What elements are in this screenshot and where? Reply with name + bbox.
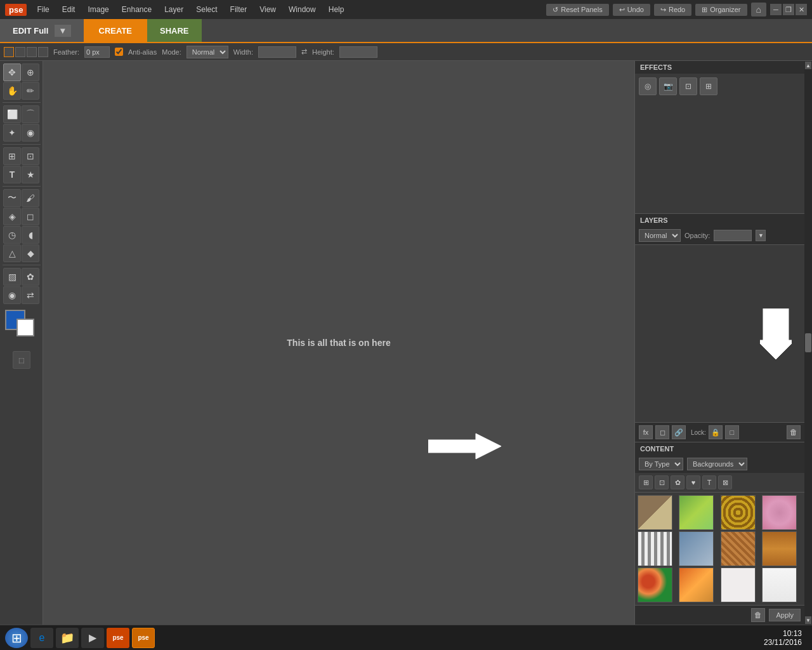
undo-button[interactable]: ↩ Undo: [613, 4, 650, 16]
content-text-icon[interactable]: T: [702, 475, 716, 489]
anti-alias-checkbox[interactable]: [115, 48, 123, 56]
content-frames-icon[interactable]: ⊞: [639, 475, 653, 489]
thumbnail-paper[interactable]: [762, 567, 797, 602]
layer-lock-btn[interactable]: 🔒: [709, 425, 723, 439]
paint-bucket-tool[interactable]: ◆: [22, 244, 39, 262]
menu-select[interactable]: Select: [193, 5, 219, 14]
menu-edit[interactable]: Edit: [60, 5, 78, 14]
content-delete-button[interactable]: 🗑: [751, 608, 765, 622]
lasso-tool[interactable]: ⌒: [22, 105, 39, 123]
magic-wand-tool[interactable]: ✦: [3, 124, 21, 142]
menu-view[interactable]: View: [257, 5, 278, 14]
shape-tool[interactable]: ★: [22, 166, 39, 183]
burn-tool[interactable]: △: [3, 244, 21, 262]
recompose-tool[interactable]: ⊡: [22, 147, 39, 165]
close-button[interactable]: ✕: [796, 4, 807, 15]
restore-button[interactable]: ❐: [783, 4, 794, 15]
menu-file[interactable]: File: [34, 5, 51, 14]
feather-input[interactable]: [84, 46, 110, 58]
layer-style-button[interactable]: fx: [639, 425, 653, 439]
layer-link-button[interactable]: 🔗: [672, 425, 686, 439]
crop-tool[interactable]: ⊞: [3, 147, 21, 165]
hand-tool[interactable]: ✋: [3, 82, 21, 100]
thumbnail-map2[interactable]: [679, 531, 714, 566]
thumbnail-white[interactable]: [721, 567, 756, 602]
reset-panels-button[interactable]: ↺ Reset Panels: [546, 4, 608, 16]
taskbar-app-folder[interactable]: 📁: [56, 628, 79, 648]
brush-tool[interactable]: 🖌: [22, 189, 39, 207]
create-mode-button[interactable]: CREATE: [84, 19, 147, 42]
scroll-thumb[interactable]: [805, 333, 811, 352]
thumbnail-green[interactable]: [679, 495, 714, 530]
color-swap-tool[interactable]: ⇄: [22, 286, 39, 304]
width-swap-icon[interactable]: ⇄: [301, 48, 307, 56]
clone-stamp-tool[interactable]: ◈: [3, 208, 21, 225]
eyedropper-tool[interactable]: ✏: [22, 82, 39, 100]
scroll-down-arrow[interactable]: ▼: [805, 616, 811, 624]
panels-scrollbar[interactable]: ▲ ▼: [804, 61, 812, 625]
minimize-button[interactable]: ─: [770, 4, 782, 15]
height-input[interactable]: [339, 46, 377, 58]
blur-tool[interactable]: ◷: [3, 226, 21, 244]
thumbnail-orange[interactable]: [679, 567, 714, 602]
effects-photo-fx-icon[interactable]: 📷: [659, 77, 677, 95]
layers-delete-button[interactable]: 🗑: [787, 425, 801, 439]
layer-lock2-btn[interactable]: □: [725, 425, 739, 439]
marquee-rect-tool[interactable]: ⬜: [3, 105, 21, 123]
start-button[interactable]: ⊞: [5, 628, 28, 648]
content-by-type-select[interactable]: By Type: [639, 458, 683, 470]
effects-frames-icon[interactable]: ⊡: [679, 77, 697, 95]
effects-all-icon[interactable]: ◎: [639, 77, 657, 95]
intersect-selection-btn[interactable]: [38, 47, 48, 57]
scroll-up-arrow[interactable]: ▲: [805, 62, 811, 69]
thumbnail-pink[interactable]: [762, 495, 797, 530]
share-mode-button[interactable]: SHARE: [147, 19, 202, 42]
thumbnail-stripe[interactable]: [638, 531, 672, 566]
taskbar-app-ie[interactable]: e: [30, 628, 53, 648]
thumbnail-floral[interactable]: [638, 567, 672, 602]
layers-blend-mode-select[interactable]: Normal: [639, 229, 681, 242]
spot-heal-tool[interactable]: ✿: [22, 268, 39, 286]
menu-layer[interactable]: Layer: [162, 5, 186, 14]
eraser-tool[interactable]: ◻: [22, 208, 39, 225]
sponge-tool[interactable]: ◖: [22, 226, 39, 244]
opacity-input[interactable]: [714, 230, 752, 241]
zoom-tool[interactable]: ⊕: [22, 63, 39, 81]
opacity-dropdown[interactable]: ▼: [756, 230, 766, 241]
taskbar-app-media[interactable]: ▶: [81, 628, 104, 648]
quick-mask-tool[interactable]: ⬚: [13, 351, 30, 369]
text-tool[interactable]: T: [3, 166, 21, 183]
edit-mode-dropdown[interactable]: ▼: [55, 25, 70, 37]
thumbnail-leopard[interactable]: [721, 495, 756, 530]
content-hearts-icon[interactable]: ♥: [686, 475, 700, 489]
content-graphics-icon[interactable]: ⊠: [718, 475, 732, 489]
menu-enhance[interactable]: Enhance: [119, 5, 154, 14]
content-category-select[interactable]: Backgrounds: [687, 458, 747, 470]
menu-help[interactable]: Help: [326, 5, 347, 14]
red-eye-tool[interactable]: ◉: [3, 286, 21, 304]
taskbar-app-pse1[interactable]: pse: [107, 628, 129, 648]
thumbnail-wood[interactable]: [762, 531, 797, 566]
organizer-button[interactable]: ⊞ Organizer: [695, 4, 747, 16]
menu-window[interactable]: Window: [286, 5, 318, 14]
thumbnail-africa[interactable]: [638, 495, 672, 530]
quick-select-tool[interactable]: ◉: [22, 124, 39, 142]
effects-textures-icon[interactable]: ⊞: [700, 77, 717, 95]
move-tool[interactable]: ✥: [3, 63, 21, 81]
menu-filter[interactable]: Filter: [228, 5, 250, 14]
content-fx-icon[interactable]: ✿: [671, 475, 684, 489]
blend-mode-select[interactable]: Normal: [187, 46, 228, 58]
layer-mask-button[interactable]: ◻: [655, 425, 669, 439]
width-input[interactable]: [258, 46, 296, 58]
home-button[interactable]: ⌂: [751, 3, 766, 17]
edit-full-mode[interactable]: EDIT Full ▼: [0, 19, 84, 42]
smudge-tool[interactable]: 〜: [3, 189, 21, 207]
gradient-tool[interactable]: ▨: [3, 268, 21, 286]
content-shapes-icon[interactable]: ⊡: [655, 475, 669, 489]
menu-image[interactable]: Image: [85, 5, 111, 14]
add-selection-btn[interactable]: [15, 47, 25, 57]
content-apply-button[interactable]: Apply: [769, 609, 801, 621]
background-color[interactable]: [16, 319, 34, 336]
redo-button[interactable]: ↪ Redo: [654, 4, 691, 16]
thumbnail-texture[interactable]: [721, 531, 756, 566]
